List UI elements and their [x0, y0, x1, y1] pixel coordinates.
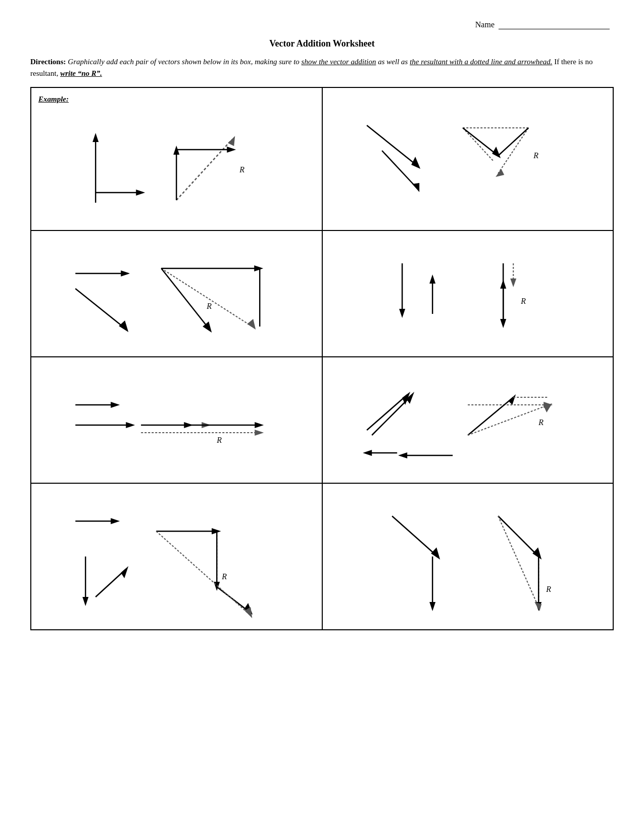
grid-row-2: R	[31, 357, 614, 484]
svg-text:R: R	[206, 302, 212, 310]
svg-line-101	[498, 516, 538, 557]
svg-marker-3	[136, 190, 145, 196]
svg-line-73	[372, 395, 412, 435]
svg-marker-78	[111, 518, 120, 524]
svg-line-13	[382, 151, 417, 189]
svg-line-25	[75, 289, 126, 329]
svg-text:R: R	[533, 151, 538, 160]
svg-marker-10	[227, 147, 236, 153]
name-line: Name	[30, 20, 614, 29]
svg-line-11	[367, 125, 417, 166]
svg-line-34	[161, 268, 209, 329]
directions-bold: Directions:	[30, 58, 66, 66]
cell-2-1-svg: R	[330, 364, 606, 476]
cell-2-0-svg: R	[38, 364, 315, 476]
svg-marker-30	[247, 319, 256, 330]
cell-3-0-svg: R	[38, 491, 315, 622]
svg-marker-37	[399, 309, 405, 318]
svg-line-29	[161, 268, 252, 327]
name-underline[interactable]	[499, 20, 610, 29]
svg-text:R: R	[239, 165, 244, 174]
svg-marker-1	[92, 133, 98, 142]
svg-line-93	[156, 531, 250, 615]
svg-marker-50	[126, 422, 135, 428]
svg-marker-74	[406, 392, 414, 404]
svg-line-66	[468, 397, 513, 435]
directions-text2: as well as	[376, 58, 410, 66]
svg-marker-14	[412, 183, 419, 192]
cell-2-0: R	[31, 357, 323, 483]
example-label: Example:	[38, 95, 315, 104]
directions-underline1: show the vector addition	[302, 58, 376, 66]
directions-no-r: write “no R”.	[60, 69, 102, 77]
svg-marker-26	[119, 320, 128, 332]
svg-marker-43	[500, 280, 506, 289]
worksheet-grid: Example: R	[30, 87, 614, 630]
svg-marker-12	[411, 157, 420, 169]
directions-text1: Graphically add each pair of vectors sho…	[68, 58, 301, 66]
cell-0-1-svg: R	[330, 95, 606, 211]
svg-marker-80	[82, 597, 88, 606]
svg-line-18	[463, 128, 493, 161]
example-svg: R	[38, 107, 315, 223]
svg-line-20	[463, 128, 498, 156]
svg-marker-24	[121, 270, 130, 276]
cell-1-0-svg: R	[38, 238, 315, 349]
grid-row-0: Example: R	[31, 88, 614, 231]
svg-line-60	[367, 395, 407, 430]
cell-3-0: R	[31, 484, 323, 629]
cell-3-1-svg: R	[330, 491, 606, 622]
svg-line-70	[468, 405, 549, 435]
svg-marker-45	[510, 279, 516, 287]
svg-line-106	[498, 516, 538, 607]
svg-text:R: R	[221, 572, 227, 581]
svg-marker-5	[228, 136, 235, 146]
cell-1-1-svg: R	[330, 238, 606, 349]
svg-marker-56	[255, 422, 264, 428]
svg-marker-39	[429, 274, 435, 284]
cell-3-1: R	[323, 484, 614, 629]
svg-line-16	[498, 128, 528, 173]
svg-marker-58	[255, 430, 264, 436]
svg-text:R: R	[216, 436, 222, 444]
name-label: Name	[475, 20, 494, 29]
svg-marker-33	[254, 265, 263, 271]
svg-marker-21	[492, 147, 501, 158]
svg-text:R: R	[546, 585, 551, 593]
cell-1-1: R	[323, 231, 614, 356]
grid-row-3: R	[31, 484, 614, 630]
svg-marker-63	[363, 450, 372, 456]
svg-line-4	[176, 140, 232, 200]
svg-line-22	[498, 128, 528, 156]
directions: Directions: Graphically add each pair of…	[30, 56, 614, 79]
page-title: Vector Addition Worksheet	[30, 38, 614, 49]
svg-marker-82	[121, 566, 128, 578]
svg-line-96	[392, 516, 437, 557]
grid-row-1: R	[31, 231, 614, 357]
cell-2-1: R	[323, 357, 614, 483]
svg-text:R: R	[538, 418, 543, 427]
cell-0-0: Example: R	[31, 88, 323, 230]
cell-0-1: R	[323, 88, 614, 230]
svg-marker-67	[508, 394, 516, 405]
title-text: Vector Addition Worksheet	[269, 38, 375, 49]
svg-marker-102	[532, 547, 541, 560]
svg-text:R: R	[520, 297, 526, 305]
svg-marker-48	[111, 402, 120, 408]
svg-marker-99	[429, 602, 435, 611]
cell-1-0: R	[31, 231, 323, 356]
directions-underline2: the resultant with a dotted line and arr…	[410, 58, 552, 66]
svg-marker-76	[398, 452, 407, 458]
